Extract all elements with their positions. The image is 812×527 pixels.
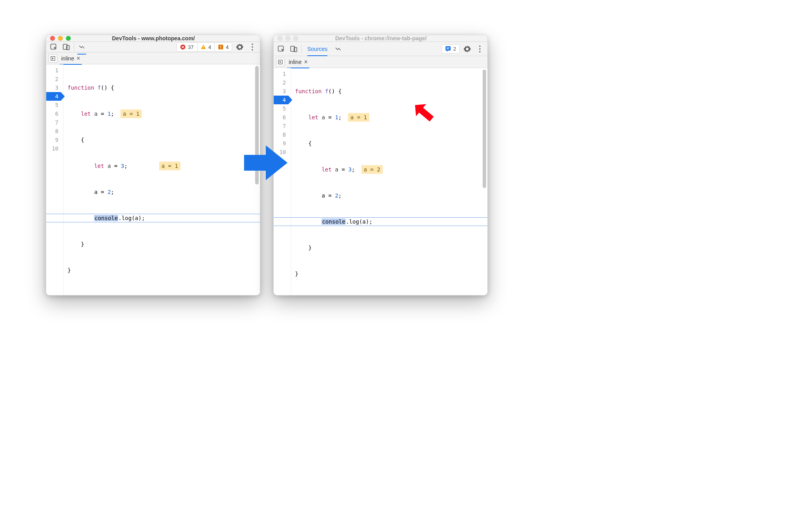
- line-number[interactable]: 3: [46, 83, 61, 92]
- code-line: [68, 292, 260, 295]
- code-line: }: [68, 240, 260, 248]
- line-number[interactable]: 10: [46, 144, 61, 153]
- traffic-lights: [50, 36, 71, 41]
- code-line: function f() {: [68, 83, 260, 92]
- zoom-window-button[interactable]: [293, 36, 298, 41]
- issue-badge[interactable]: 2: [442, 44, 460, 54]
- line-number[interactable]: 7: [46, 118, 61, 127]
- device-toggle-icon[interactable]: [289, 44, 299, 54]
- tab-sources[interactable]: Sources: [304, 42, 331, 56]
- file-tab-active[interactable]: inline ×: [287, 56, 309, 68]
- line-number[interactable]: 1: [274, 70, 288, 78]
- line-number[interactable]: 5: [274, 104, 288, 113]
- window-left: DevTools - www.photopea.com/: [46, 35, 260, 295]
- line-number[interactable]: 8: [274, 130, 288, 139]
- execution-line-marker[interactable]: 4: [274, 96, 288, 104]
- navigator-toggle-button[interactable]: [276, 58, 285, 66]
- code-line: function f() {: [295, 87, 487, 96]
- svg-rect-23: [446, 49, 449, 49]
- inspect-icon[interactable]: [49, 42, 59, 52]
- line-number[interactable]: 2: [46, 75, 61, 83]
- svg-point-25: [479, 48, 480, 49]
- svg-point-9: [252, 43, 253, 45]
- line-number[interactable]: 6: [46, 109, 61, 118]
- inline-value-hint: a = 1: [348, 113, 369, 122]
- issue-count: 4: [226, 44, 229, 50]
- svg-rect-7: [220, 45, 221, 47]
- inline-value-hint: a = 2: [361, 165, 383, 174]
- error-count: 37: [188, 44, 194, 50]
- scrollbar-thumb[interactable]: [483, 70, 486, 188]
- code-editor[interactable]: 1 2 3 4 5 6 7 8 9 10 function f() { let …: [274, 68, 487, 295]
- inline-value-hint: a = 1: [120, 109, 142, 118]
- zoom-window-button[interactable]: [66, 36, 71, 41]
- titlebar: DevTools - chrome://new-tab-page/: [274, 35, 487, 42]
- file-tabstrip: inline ×: [274, 56, 487, 68]
- line-number[interactable]: 8: [46, 127, 61, 136]
- code-area[interactable]: function f() { let a = 1;a = 1 { let a =…: [64, 64, 260, 295]
- file-tabstrip: inline ×: [46, 53, 260, 64]
- error-badge[interactable]: 37: [177, 42, 197, 52]
- window-title: DevTools - chrome://new-tab-page/: [301, 35, 461, 41]
- navigator-toggle-button[interactable]: [49, 54, 57, 63]
- console-badges: 37 4 4: [177, 42, 232, 52]
- line-number[interactable]: 6: [274, 113, 288, 122]
- close-icon[interactable]: ×: [77, 55, 80, 62]
- kebab-icon[interactable]: [247, 42, 258, 52]
- issue-badge[interactable]: 4: [215, 42, 232, 52]
- minimize-window-button[interactable]: [286, 36, 290, 41]
- issue-count: 2: [453, 46, 456, 52]
- more-tabs-button[interactable]: [77, 42, 87, 52]
- code-line: }: [295, 243, 487, 252]
- warning-icon: [201, 44, 206, 50]
- svg-rect-21: [445, 46, 451, 51]
- code-editor[interactable]: 1 2 3 4 5 6 7 8 9 10 function f() { let …: [46, 64, 260, 295]
- line-gutter[interactable]: 1 2 3 4 5 6 7 8 9 10: [274, 68, 291, 295]
- code-line: }: [295, 269, 487, 278]
- code-line: }: [68, 266, 260, 275]
- file-tab-label: inline: [61, 55, 74, 62]
- window-right: DevTools - chrome://new-tab-page/ Source…: [273, 35, 488, 295]
- line-gutter[interactable]: 1 2 3 4 5 6 7 8 9 10: [46, 64, 64, 295]
- close-window-button[interactable]: [50, 36, 55, 41]
- traffic-lights: [278, 36, 298, 41]
- warning-count: 4: [209, 44, 211, 50]
- main-toolbar: Sources 2: [274, 42, 487, 56]
- file-tab-label: inline: [289, 59, 302, 65]
- device-toggle-icon[interactable]: [61, 42, 71, 52]
- code-area[interactable]: function f() { let a = 1;a = 1 { let a =…: [291, 68, 487, 295]
- file-tab-active[interactable]: inline ×: [60, 53, 82, 64]
- stage: DevTools - www.photopea.com/: [0, 0, 577, 375]
- minimize-window-button[interactable]: [58, 36, 63, 41]
- execution-line-marker[interactable]: 4: [46, 92, 61, 101]
- main-toolbar: 37 4 4: [46, 42, 260, 53]
- code-line: {: [295, 139, 487, 148]
- error-icon: [180, 44, 186, 50]
- line-number[interactable]: 5: [46, 101, 61, 109]
- close-icon[interactable]: ×: [304, 59, 308, 65]
- code-line: let a = 3;a = 1: [68, 162, 260, 170]
- paused-line: console.log(a);: [68, 214, 260, 222]
- line-number[interactable]: 1: [46, 66, 61, 75]
- svg-rect-22: [446, 48, 449, 49]
- inspect-icon[interactable]: [276, 44, 286, 54]
- warning-badge[interactable]: 4: [197, 42, 215, 52]
- kebab-icon[interactable]: [475, 44, 485, 54]
- gear-icon[interactable]: [235, 42, 245, 52]
- svg-rect-5: [203, 48, 203, 48]
- close-window-button[interactable]: [278, 36, 282, 41]
- svg-rect-4: [203, 46, 203, 48]
- line-number[interactable]: 9: [46, 136, 61, 144]
- issue-icon: [218, 44, 224, 50]
- callout-arrow-icon: [412, 102, 440, 124]
- line-number[interactable]: 7: [274, 122, 288, 130]
- titlebar: DevTools - www.photopea.com/: [46, 35, 260, 42]
- svg-point-11: [252, 49, 253, 50]
- line-number[interactable]: 3: [274, 87, 288, 96]
- svg-rect-8: [220, 48, 221, 49]
- divider-icon: [74, 43, 74, 51]
- window-title: DevTools - www.photopea.com/: [74, 35, 233, 41]
- more-tabs-button[interactable]: [333, 44, 343, 54]
- line-number[interactable]: 2: [274, 78, 288, 87]
- gear-icon[interactable]: [462, 44, 472, 54]
